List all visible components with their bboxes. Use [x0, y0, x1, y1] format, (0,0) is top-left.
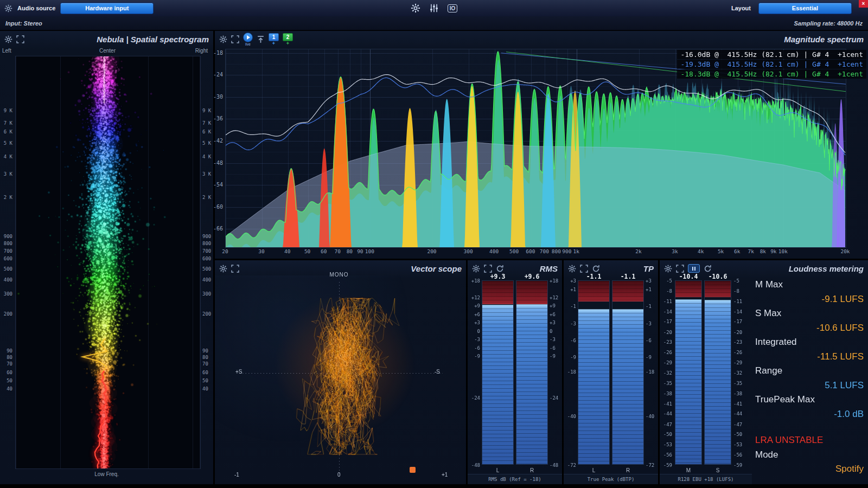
meter-scale-label: -53: [663, 442, 672, 447]
meter-scale-label: -18: [646, 369, 654, 375]
meter-scale-label: -3: [474, 337, 480, 342]
fullscreen-icon[interactable]: [676, 265, 684, 273]
live-label: live: [245, 43, 251, 46]
gear-icon[interactable]: [4, 35, 12, 43]
tp-channel-labels: L R: [578, 467, 644, 473]
minus-s-axis-label: -S: [435, 369, 440, 375]
pause-button[interactable]: [688, 264, 700, 273]
freq-tick-label: 90: [357, 248, 363, 254]
rms-bar-left: [482, 280, 514, 465]
freq-tick-label: 700: [540, 248, 549, 254]
gear-icon[interactable]: [472, 265, 480, 273]
vector-scope-panel: Vector scope MONO +S -S -1 0 +1: [215, 260, 466, 484]
gear-icon[interactable]: [219, 265, 227, 273]
meter-scale-label: -20: [733, 330, 742, 335]
snapshot-1-chip: 1: [269, 33, 279, 41]
snapshot-2-button[interactable]: 2 +: [283, 33, 293, 46]
meter-scale-label: -23: [663, 339, 672, 345]
meter-scale-label: +12: [471, 295, 480, 300]
range-value: 5.1 LUFS: [755, 378, 864, 393]
freq-tick-label: 6k: [734, 248, 740, 254]
spatial-panel-header: Nebula | Spatial spectrogram: [0, 31, 213, 47]
freq-tick-label: 10k: [778, 248, 788, 254]
spectrum-graph-display[interactable]: [225, 49, 846, 248]
spatial-spectrogram-display: [15, 56, 201, 469]
snapshot-2-add-icon[interactable]: +: [286, 41, 289, 46]
pan-left-label: Left: [2, 48, 11, 54]
meter-scale-label: -40: [646, 414, 654, 419]
loudness-fill-m: [675, 299, 701, 464]
vector-scope-display: [215, 275, 466, 484]
rms-channel-labels: L R: [482, 467, 548, 473]
axis-plus-one-label: +1: [442, 472, 448, 478]
fullscreen-icon[interactable]: [484, 265, 492, 273]
live-play-button[interactable]: live: [243, 33, 253, 46]
meter-scale-label: -26: [733, 350, 742, 355]
fullscreen-icon[interactable]: [580, 265, 588, 273]
reset-icon[interactable]: [704, 265, 712, 273]
freq-tick-label: 50: [304, 248, 310, 254]
meter-scale-label: -11: [663, 299, 672, 304]
truepeak-max-value: -1.0 dB: [755, 407, 864, 422]
settings-gear-icon[interactable]: [411, 3, 420, 13]
fullscreen-icon[interactable]: [231, 35, 239, 43]
meter-scale-label: -6: [570, 338, 576, 343]
rms-channel-right: R: [516, 467, 548, 473]
frequency-tick-label: 200: [4, 311, 12, 317]
fullscreen-icon[interactable]: [231, 265, 239, 273]
meter-scale-label: -5: [666, 278, 672, 284]
frequency-tick-label: 700: [202, 248, 211, 254]
freq-tick-label: 70: [335, 248, 341, 254]
reset-icon[interactable]: [496, 265, 504, 273]
gear-icon[interactable]: [664, 265, 672, 273]
frequency-tick-label: 300: [4, 291, 12, 297]
meter-scale-label: +9: [550, 303, 556, 309]
close-icon[interactable]: ×: [859, 0, 868, 8]
gear-icon[interactable]: [219, 35, 227, 43]
gear-icon[interactable]: [568, 265, 576, 273]
rms-meter-panel: RMS +9.3 +9.6 +18+12+9+6+30-3-6-9-24-48 …: [468, 260, 562, 484]
fullscreen-icon[interactable]: [16, 35, 24, 43]
frequency-tick-label: 70: [7, 361, 12, 367]
mode-value[interactable]: Spotify: [755, 462, 864, 477]
meter-scale-label: -56: [733, 452, 742, 458]
meter-scale-label: 0: [550, 329, 552, 334]
frequency-tick-label: 800: [4, 241, 12, 246]
tp-scale-right: +3+1-1-3-6-9-18-40-72: [644, 280, 658, 465]
frequency-tick-label: 7 K: [4, 120, 12, 126]
sliders-icon[interactable]: [429, 3, 439, 13]
spatial-spectrogram-canvas: [16, 56, 200, 468]
frequency-tick-label: 80: [202, 355, 208, 360]
meter-scale-label: -5: [733, 278, 739, 284]
tp-value-right: -1.1: [612, 273, 644, 280]
rms-meter-bars: [482, 280, 548, 465]
tp-fill-left: [578, 309, 609, 464]
frequency-tick-label: 400: [202, 277, 211, 282]
import-snapshot-icon[interactable]: [257, 35, 265, 43]
snapshot-1-add-icon[interactable]: +: [272, 41, 275, 46]
snapshot-1-button[interactable]: 1 +: [269, 33, 279, 46]
meter-scale-label: -8: [733, 288, 739, 294]
correlation-warning-indicator[interactable]: [410, 467, 416, 473]
db-tick-label: -18: [213, 50, 223, 56]
meter-scale-label: -40: [567, 414, 576, 419]
meter-scale-label: -29: [733, 360, 742, 365]
frequency-tick-label: 60: [202, 370, 208, 375]
tp-bar-left: [578, 280, 610, 465]
frequency-tick-label: 7 K: [202, 120, 211, 126]
meter-scale-label: -6: [550, 345, 556, 351]
freq-tick-label: 5k: [718, 248, 724, 254]
mode-label[interactable]: Mode: [755, 448, 864, 463]
s-max-value: -10.6 LUFS: [755, 321, 864, 336]
readout-channel-1: -19.3dB @ 415.5Hz (82.1 cm) | G# 4 +1cen…: [677, 60, 866, 69]
io-icon[interactable]: IO: [448, 4, 458, 12]
frequency-tick-label: 60: [7, 370, 12, 375]
s-max-label: S Max: [755, 306, 864, 321]
db-tick-label: -54: [213, 182, 223, 188]
tp-panel-title: TP: [643, 264, 654, 273]
db-tick-label: -36: [213, 115, 223, 121]
meter-scale-label: 0: [477, 329, 480, 334]
spectrum-panel-header: live 1 + 2 + Magnitude spectrum: [215, 31, 868, 47]
reset-icon[interactable]: [592, 265, 600, 273]
meter-scale-label: -59: [733, 463, 742, 468]
